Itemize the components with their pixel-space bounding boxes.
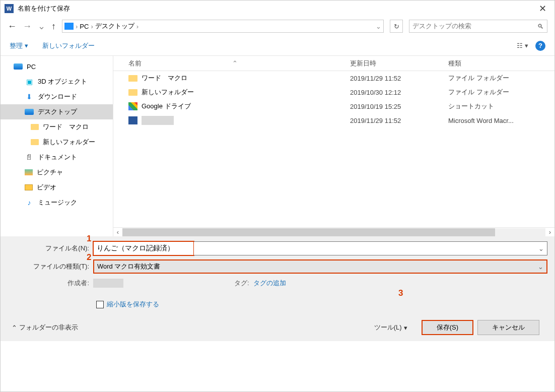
organize-button[interactable]: 整理 ▾ <box>10 41 28 50</box>
filename: ワード マクロ <box>142 74 187 83</box>
file-date: 2019/10/19 15:25 <box>350 103 448 110</box>
tree-item[interactable]: ♪ミュージック <box>1 195 113 210</box>
tree-item[interactable]: ピクチャ <box>1 165 113 180</box>
vid-icon <box>25 184 33 190</box>
col-date[interactable]: 更新日時 <box>350 59 448 68</box>
filetype-label: ファイルの種類(T): <box>8 262 93 271</box>
file-row[interactable]: 新しいフォルダー2019/10/30 12:12ファイル フォルダー <box>113 85 554 99</box>
file-row[interactable]: Google ドライブ2019/10/19 15:25ショートカット <box>113 99 554 113</box>
sort-indicator-icon: ⌃ <box>232 59 238 67</box>
col-type[interactable]: 種類 <box>448 59 554 68</box>
new-folder-button[interactable]: 新しいフォルダー <box>42 41 95 50</box>
tree-item-label: 新しいフォルダー <box>43 138 95 147</box>
filetype-dropdown[interactable]: Word マクロ有効文書 ⌄ <box>93 259 547 274</box>
window-title: 名前を付けて保存 <box>18 4 535 13</box>
back-icon[interactable]: ← <box>8 21 17 32</box>
filename-input[interactable] <box>93 241 194 255</box>
tree-item-label: PC <box>27 63 36 71</box>
tree-item-label: ドキュメント <box>38 153 77 162</box>
filename-input-ext[interactable]: ⌄ <box>194 241 547 255</box>
view-options-button[interactable]: ☷ ▾ <box>517 42 528 49</box>
refresh-button[interactable]: ↻ <box>390 20 403 33</box>
fld-icon <box>31 139 39 145</box>
main-panel: PC▣3D オブジェクト⬇ダウンロードデスクトップワード マクロ新しいフォルダー… <box>1 56 554 236</box>
close-icon[interactable]: ✕ <box>535 1 550 16</box>
col-name[interactable]: 名前⌃ <box>128 59 350 68</box>
tree-item-label: ピクチャ <box>37 168 63 177</box>
search-icon: 🔍︎ <box>537 23 544 30</box>
file-list: 名前⌃ 更新日時 種類 ワード マクロ2019/11/29 11:52ファイル … <box>113 56 554 236</box>
tag-add-link[interactable]: タグの追加 <box>253 279 286 288</box>
tree-item-label: ビデオ <box>37 183 56 192</box>
folder-icon <box>128 75 137 82</box>
scroll-left-icon[interactable]: ‹ <box>113 228 122 236</box>
docs-icon: 📄︎ <box>25 153 34 161</box>
file-date: 2019/11/29 11:52 <box>350 117 448 124</box>
tree-item[interactable]: デスクトップ <box>1 104 113 119</box>
tag-label: タグ: <box>234 279 249 288</box>
filename-field[interactable] <box>97 244 190 252</box>
file-type: ショートカット <box>448 102 554 111</box>
save-button[interactable]: 保存(S) <box>422 320 473 335</box>
file-list-body[interactable]: ワード マクロ2019/11/29 11:52ファイル フォルダー新しいフォルダ… <box>113 71 554 227</box>
file-type: ファイル フォルダー <box>448 88 554 97</box>
word-icon <box>128 116 137 124</box>
pc-icon <box>25 109 34 115</box>
dialog-footer: ⌃ フォルダーの非表示 ツール(L) ▾ 保存(S) キャンセル <box>8 309 547 335</box>
tree-item[interactable]: 新しいフォルダー <box>1 135 113 150</box>
callout-3: 3 <box>398 288 403 298</box>
address-bar[interactable]: › PC › デスクトップ › ⌄ <box>62 20 384 33</box>
scroll-right-icon[interactable]: › <box>545 228 554 236</box>
folder-tree[interactable]: PC▣3D オブジェクト⬇ダウンロードデスクトップワード マクロ新しいフォルダー… <box>1 56 113 236</box>
recent-dropdown-icon[interactable]: ⌄ <box>38 21 45 32</box>
tree-item[interactable]: ⬇ダウンロード <box>1 89 113 104</box>
obj3d-icon: ▣ <box>25 78 34 86</box>
up-icon[interactable]: ↑ <box>51 21 56 32</box>
search-placeholder: デスクトップの検索 <box>412 22 471 31</box>
tree-item[interactable]: ビデオ <box>1 180 113 195</box>
tree-item-label: 3D オブジェクト <box>38 77 87 86</box>
file-row[interactable]: ワード マクロ2019/11/29 11:52ファイル フォルダー <box>113 71 554 85</box>
hide-folders-button[interactable]: ⌃ フォルダーの非表示 <box>12 323 78 332</box>
tree-item-label: ダウンロード <box>38 92 77 101</box>
scroll-track[interactable] <box>122 228 545 236</box>
pic-icon <box>25 169 33 175</box>
path-segment[interactable]: PC <box>80 23 89 30</box>
cancel-button[interactable]: キャンセル <box>477 320 539 335</box>
filename-redacted <box>142 116 174 125</box>
file-date: 2019/10/30 12:12 <box>350 89 448 96</box>
tools-menu[interactable]: ツール(L) ▾ <box>374 323 407 332</box>
titlebar: W 名前を付けて保存 ✕ <box>1 1 554 17</box>
toolbar: 整理 ▾ 新しいフォルダー ☷ ▾ ? <box>1 36 554 56</box>
tree-item-label: ワード マクロ <box>43 122 89 132</box>
author-label: 作成者: <box>8 279 93 288</box>
author-value[interactable] <box>93 279 123 288</box>
chevron-down-icon: ▾ <box>404 324 407 332</box>
search-input[interactable]: デスクトップの検索 🔍︎ <box>409 20 547 33</box>
file-row[interactable]: 2019/11/29 11:52Microsoft Word Macr... <box>113 113 554 127</box>
file-type: ファイル フォルダー <box>448 74 554 83</box>
thumbnail-checkbox[interactable]: 縮小版を保存する <box>96 300 547 309</box>
folder-icon <box>64 23 74 30</box>
dl-icon: ⬇ <box>25 93 34 101</box>
column-headers: 名前⌃ 更新日時 種類 <box>113 56 554 71</box>
tree-item[interactable]: 📄︎ドキュメント <box>1 150 113 165</box>
chevron-right-icon: › <box>136 23 138 30</box>
chevron-right-icon: › <box>91 23 93 30</box>
fld-icon <box>31 124 39 130</box>
tree-item[interactable]: ワード マクロ <box>1 119 113 135</box>
help-icon[interactable]: ? <box>535 41 545 51</box>
horizontal-scrollbar[interactable]: ‹ › <box>113 227 554 236</box>
chevron-down-icon[interactable]: ⌄ <box>376 23 381 30</box>
scroll-thumb[interactable] <box>122 228 495 236</box>
tree-item[interactable]: ▣3D オブジェクト <box>1 74 113 89</box>
tree-item-label: デスクトップ <box>38 107 77 116</box>
chevron-down-icon[interactable]: ⌄ <box>538 245 544 252</box>
pc-icon <box>14 63 23 70</box>
folder-icon <box>128 89 137 96</box>
chevron-down-icon: ▾ <box>25 42 28 49</box>
checkbox-icon[interactable] <box>96 301 104 308</box>
path-segment[interactable]: デスクトップ <box>95 22 134 31</box>
filename: Google ドライブ <box>142 102 191 111</box>
tree-item[interactable]: PC <box>1 59 113 74</box>
